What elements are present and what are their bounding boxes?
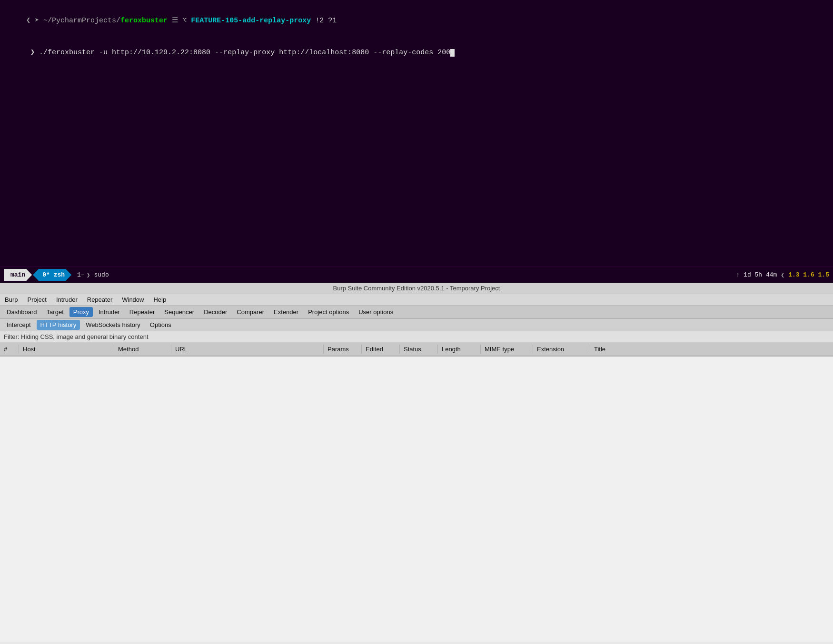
menu-project[interactable]: Project [25, 295, 48, 304]
project-name: feroxbuster [120, 17, 168, 25]
branch-name: FEATURE-105-add-replay-proxy [187, 17, 311, 25]
subtab-intercept[interactable]: Intercept [3, 320, 35, 330]
burp-menubar: Burp Project Intruder Repeater Window He… [0, 294, 833, 306]
menu-intruder[interactable]: Intruder [54, 295, 79, 304]
col-header-mime-type[interactable]: MIME type [481, 345, 533, 354]
col-header-method[interactable]: Method [114, 345, 171, 354]
burp-title-text: Burp Suite Community Edition v2020.5.1 -… [333, 285, 500, 292]
col-header-title[interactable]: Title [590, 345, 833, 354]
col-header-status[interactable]: Status [400, 345, 438, 354]
nav-decoder[interactable]: Decoder [200, 307, 231, 317]
menu-window[interactable]: Window [120, 295, 146, 304]
tab-main[interactable]: main [4, 269, 32, 281]
nav-user-options[interactable]: User options [355, 307, 397, 317]
subtab-options[interactable]: Options [146, 320, 175, 330]
nav-project-options[interactable]: Project options [304, 307, 353, 317]
terminal-line-1: ❮ ➤ ~/PycharmProjects/feroxbuster ☰ ⌥ FE… [5, 5, 833, 37]
tab-zsh-label: zsh [54, 271, 65, 278]
col-header-url[interactable]: URL [171, 345, 324, 354]
col-header-hash[interactable]: # [0, 345, 19, 354]
menu-burp[interactable]: Burp [3, 295, 20, 304]
git-status-numbers: !2 ?1 [311, 17, 337, 25]
terminal-window: ❮ ➤ ~/PycharmProjects/feroxbuster ☰ ⌥ FE… [0, 0, 833, 267]
tab-sudo-label: sudo [94, 271, 109, 278]
burp-navbar: Dashboard Target Proxy Intruder Repeater… [0, 306, 833, 319]
terminal-statusbar: main 0* zsh 1– ❯ sudo ↑ 1d 5h 44m ❮ 1.3 … [0, 267, 833, 283]
tab-zero-star: 0* [42, 271, 50, 278]
burp-subtabs: Intercept HTTP history WebSockets histor… [0, 319, 833, 331]
statusbar-right: ↑ 1d 5h 44m ❮ 1.3 1.6 1.5 [736, 271, 829, 279]
subtab-websockets-history[interactable]: WebSockets history [82, 320, 144, 330]
burp-titlebar: Burp Suite Community Edition v2020.5.1 -… [0, 283, 833, 294]
tab-zsh[interactable]: 0* zsh [33, 269, 71, 281]
burp-suite-window: Burp Suite Community Edition v2020.5.1 -… [0, 283, 833, 644]
col-header-edited[interactable]: Edited [362, 345, 400, 354]
prompt-icon: ❮ ➤ ~/PycharmProjects/ [22, 17, 120, 25]
col-header-host[interactable]: Host [19, 345, 114, 354]
nav-dashboard[interactable]: Dashboard [3, 307, 41, 317]
burp-table-header: # Host Method URL Params Edited Status L… [0, 343, 833, 357]
terminal-command: ./feroxbuster -u http://10.129.2.22:8080… [39, 49, 450, 57]
nav-target[interactable]: Target [43, 307, 68, 317]
col-header-length[interactable]: Length [438, 345, 481, 354]
nav-comparer[interactable]: Comparer [233, 307, 268, 317]
terminal-prompt-arrow: ❯ [22, 49, 39, 57]
chevron-left-icon: ❮ [781, 271, 784, 279]
arrow-up-icon: ↑ [736, 271, 740, 279]
version-numbers: 1.3 1.6 1.5 [788, 271, 829, 278]
subtab-http-history[interactable]: HTTP history [37, 320, 80, 330]
menu-help[interactable]: Help [151, 295, 168, 304]
filter-text: Filter: Hiding CSS, image and general bi… [4, 333, 149, 340]
elapsed-time: 1d 5h 44m [744, 271, 777, 278]
nav-proxy[interactable]: Proxy [69, 307, 93, 317]
col-header-params[interactable]: Params [324, 345, 362, 354]
nav-extender[interactable]: Extender [270, 307, 302, 317]
nav-intruder[interactable]: Intruder [95, 307, 124, 317]
tab-number: 1– [77, 271, 85, 278]
burp-table-body [0, 357, 833, 642]
nav-repeater[interactable]: Repeater [126, 307, 159, 317]
menu-repeater[interactable]: Repeater [85, 295, 114, 304]
terminal-line-2: ❯ ./feroxbuster -u http://10.129.2.22:80… [5, 37, 833, 69]
terminal-cursor [450, 49, 455, 57]
col-header-extension[interactable]: Extension [533, 345, 590, 354]
burp-filter-bar[interactable]: Filter: Hiding CSS, image and general bi… [0, 331, 833, 343]
tab-arrow: ❯ [87, 271, 90, 279]
nav-sequencer[interactable]: Sequencer [160, 307, 198, 317]
git-icon: ☰ ⌥ [168, 17, 187, 25]
